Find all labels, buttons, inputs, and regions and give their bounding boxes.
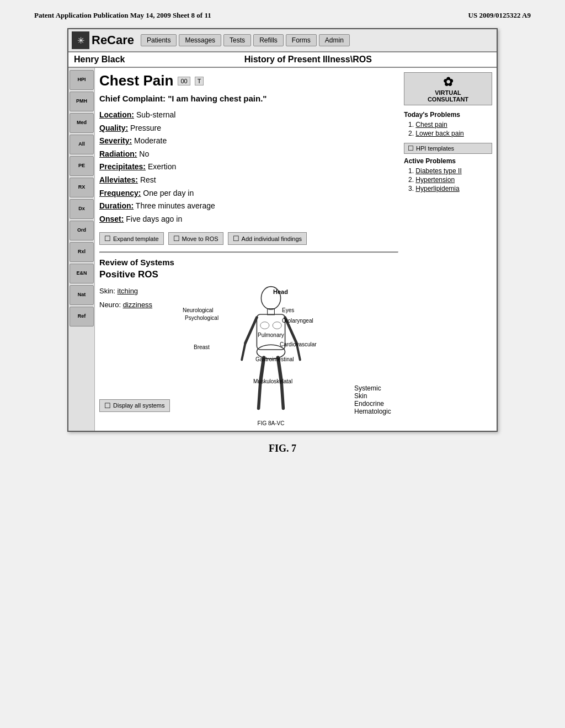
label-endocrine: Endocrine [354,400,398,408]
ros-skin-value: itching [118,287,138,295]
nav-tests[interactable]: Tests [223,34,251,46]
sidebar-all[interactable]: All [70,135,94,154]
body-label-gastrointestinal: Gastrointestinal [255,356,294,362]
hpi-frequency: Frequency: One per day in [99,188,398,199]
hpi-actions: Expand template Move to ROS Add individu… [99,232,398,245]
page-title: History of Present Illness\ROS [125,55,492,65]
hpi-duration: Duration: Three minutes average [99,201,398,212]
hpi-radiation-value: No [139,149,149,158]
ros-right-labels: Systemic Skin Endocrine Hematologic [354,286,398,426]
hpi-precipitates: Precipitates: Exertion [99,162,398,173]
patient-name: Henry Black [74,55,125,65]
sidebar-rx[interactable]: RX [70,178,94,197]
logo-area: ✳ ReCare [72,31,134,49]
sidebar-pmh[interactable]: PMH [70,92,94,111]
active-problem-1-link[interactable]: Diabetes type II [415,167,461,175]
active-problem-2: 2. Hypertension [408,176,492,184]
body-label-neurological: Neurological [183,307,214,313]
todays-problem-2: 2. Lower back pain [408,130,492,137]
sub-header: Henry Black History of Present Illness\R… [68,52,497,68]
ros-center: Head Neurological Psychological Eyes Oto… [193,286,349,426]
hpi-onset-label: Onset: [99,215,124,223]
todays-problem-2-link[interactable]: Lower back pain [415,130,463,137]
body-label-head: Head [273,288,288,295]
svg-line-11 [281,383,283,408]
vc-label: VIRTUALCONSULTANT [407,89,489,103]
hpi-duration-label: Duration: [99,201,134,210]
sidebar-dx[interactable]: Dx [70,199,94,219]
label-hematologic: Hematologic [354,408,398,415]
hpi-severity: Severity: Moderate [99,136,398,147]
ros-content: Skin: itching Neuro: dizziness Display a… [99,286,398,426]
active-problems-title: Active Problems [404,157,492,165]
sidebar-rxl[interactable]: Rxl [70,242,94,262]
hpi-duration-value: Three minutes average [136,201,215,210]
sidebar-ref[interactable]: Ref [70,307,94,326]
add-individual-findings-btn[interactable]: Add individual findings [228,232,307,245]
active-problems: Active Problems 1. Diabetes type II 2. H… [404,157,492,192]
nav-messages[interactable]: Messages [179,34,221,46]
sidebar-ord[interactable]: Ord [70,221,94,240]
body-label-otolaryngeal: Otolaryngeal [282,318,313,324]
ros-neuro-value: dizziness [123,301,152,309]
sidebar-med[interactable]: Med [70,113,94,133]
body-svg [216,286,326,418]
sidebar-en[interactable]: E&N [70,264,94,283]
expand-template-btn[interactable]: Expand template [99,232,164,245]
svg-line-3 [246,318,257,343]
hpi-icon-00[interactable]: 00 [178,77,190,85]
body-label-muskuloskelatal: Muskuloskelatal [253,378,292,384]
active-problem-3: 3. Hyperlipidemia [408,185,492,192]
display-all-systems-btn[interactable]: Display all systems [99,399,170,412]
ros-divider [99,251,398,253]
hpi-precipitates-label: Precipitates: [99,162,146,171]
chief-complaint-value: "I am having chest pain." [168,94,266,103]
main-layout: HPI PMH Med All PE RX Dx Ord Rxl E&N Nat… [68,68,497,431]
svg-point-12 [260,322,269,329]
body-label-breast: Breast [194,344,210,350]
move-to-ros-btn[interactable]: Move to ROS [168,232,223,245]
nav-bar: ✳ ReCare Patients Messages Tests Refills… [68,29,497,52]
content-area: Chest Pain 00 T Chief Complaint: "I am h… [95,68,497,431]
ros-skin: Skin: itching [99,286,188,297]
hpi-quality-label: Quality: [99,124,128,132]
active-problem-3-link[interactable]: Hyperlipidemia [415,185,459,192]
hpi-onset-value: Five days ago in [126,215,182,223]
nav-refills[interactable]: Refills [253,34,284,46]
hpi-precipitates-value: Exertion [148,162,176,171]
active-problem-2-link[interactable]: Hypertension [415,176,455,184]
hpi-frequency-label: Frequency: [99,189,141,197]
label-skin: Skin [354,392,398,400]
ros-neuro: Neuro: dizziness [99,299,188,311]
hpi-radiation-label: Radiation: [99,149,137,158]
nav-patients[interactable]: Patients [141,34,177,46]
sidebar-hpi[interactable]: HPI [70,70,94,90]
ros-title: Review of Systems [99,258,398,267]
sidebar-nat[interactable]: Nat [70,285,94,305]
content-main: Chest Pain 00 T Chief Complaint: "I am h… [99,72,398,426]
fig-caption-inner: FIG 8A-VC [258,420,285,426]
todays-problem-1-link[interactable]: Chest pain [415,121,447,129]
svg-line-9 [259,383,260,408]
virtual-consultant[interactable]: ✿ VIRTUALCONSULTANT [404,72,492,105]
vc-icon: ✿ [407,75,489,89]
active-problem-1: 1. Diabetes type II [408,167,492,175]
nav-admin[interactable]: Admin [319,34,350,46]
hpi-fields: Location: Sub-sternal Quality: Pressure … [99,110,398,224]
todays-problems-title: Today's Problems [404,111,492,119]
left-sidebar: HPI PMH Med All PE RX Dx Ord Rxl E&N Nat… [68,68,95,431]
hpi-location: Location: Sub-sternal [99,110,398,121]
positive-ros-title: Positive ROS [99,269,398,280]
patent-left: Patent Application Publication May 14, 2… [34,11,211,20]
hpi-templates-btn[interactable]: HPI templates [404,143,492,154]
body-label-cardiovascular: Cardiovascular [280,341,317,347]
nav-forms[interactable]: Forms [286,34,317,46]
sidebar-pe[interactable]: PE [70,156,94,176]
todays-problems: Today's Problems 1. Chest pain 2. Lower … [404,111,492,137]
hpi-location-value: Sub-sternal [136,110,176,119]
hpi-icon-t[interactable]: T [195,77,204,85]
hpi-alleviates-label: Alleviates: [99,175,138,184]
chief-complaint: Chief Complaint: "I am having chest pain… [99,94,398,103]
ros-left: Skin: itching Neuro: dizziness Display a… [99,286,188,426]
hpi-severity-label: Severity: [99,136,132,145]
